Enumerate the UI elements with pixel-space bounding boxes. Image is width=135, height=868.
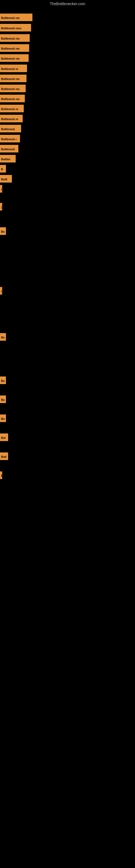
bar-row-22: Bo bbox=[0, 333, 9, 341]
bar-label-22: Bo bbox=[0, 333, 6, 341]
bar-row-17: Bottl bbox=[0, 175, 14, 183]
bar-row-9: Bottleneck res bbox=[0, 95, 28, 102]
bar-row-18: | bbox=[0, 185, 4, 193]
bar-row-26: Bot bbox=[0, 433, 11, 441]
bar-label-20: Bo bbox=[0, 227, 6, 235]
bar-label-25: Bo bbox=[0, 414, 6, 422]
bar-label-26: Bot bbox=[0, 433, 8, 441]
bar-label-3: Bottleneck res bbox=[0, 34, 30, 42]
bar-label-5: Bottleneck res bbox=[0, 54, 29, 62]
bar-row-15: Bottlen bbox=[0, 155, 18, 162]
bar-label-11: Bottleneck re bbox=[0, 115, 23, 122]
bar-label-18: | bbox=[0, 185, 2, 193]
bar-row-5: Bottleneck res bbox=[0, 54, 31, 62]
bar-row-23: Bo bbox=[0, 376, 9, 384]
bar-row-4: Bottleneck res bbox=[0, 44, 32, 52]
bar-row-28: B bbox=[0, 471, 5, 479]
bar-label-19: | bbox=[0, 203, 2, 211]
bar-label-16: B bbox=[0, 165, 6, 173]
bar-row-16: B bbox=[0, 165, 9, 173]
bar-label-2: Bottleneck resu bbox=[0, 24, 31, 31]
bar-row-14: Bottleneck bbox=[0, 145, 21, 152]
bar-label-17: Bottl bbox=[0, 175, 12, 183]
bar-label-24: Bo bbox=[0, 396, 6, 403]
bar-label-27: Bott bbox=[0, 453, 8, 460]
bar-row-6: Bottleneck re bbox=[0, 65, 30, 72]
bar-label-15: Bottlen bbox=[0, 155, 16, 162]
bar-row-7: Bottleneck res bbox=[0, 74, 29, 82]
bar-label-23: Bo bbox=[0, 376, 6, 384]
bar-row-2: Bottleneck resu bbox=[0, 24, 34, 31]
bar-label-12: Bottleneck bbox=[0, 125, 21, 132]
bar-label-4: Bottleneck res bbox=[0, 44, 29, 52]
bar-label-10: Bottleneck re bbox=[0, 105, 24, 112]
bar-label-21: | bbox=[0, 287, 2, 294]
bar-row-1: Bottleneck res bbox=[0, 13, 35, 21]
bar-row-12: Bottleneck bbox=[0, 125, 24, 132]
bar-row-3: Bottleneck res bbox=[0, 34, 32, 42]
site-title: TheBottlenecker.com bbox=[0, 0, 135, 8]
bar-row-20: Bo bbox=[0, 227, 9, 235]
bar-row-19: | bbox=[0, 203, 4, 211]
bar-label-6: Bottleneck re bbox=[0, 65, 27, 72]
bar-row-13: Bottleneck r bbox=[0, 135, 23, 143]
bar-row-10: Bottleneck re bbox=[0, 105, 27, 112]
bar-label-9: Bottleneck res bbox=[0, 95, 25, 102]
bar-label-1: Bottleneck res bbox=[0, 13, 32, 21]
bar-row-24: Bo bbox=[0, 396, 9, 403]
bar-row-11: Bottleneck re bbox=[0, 115, 26, 122]
bar-label-13: Bottleneck r bbox=[0, 135, 20, 143]
bar-row-25: Bo bbox=[0, 414, 9, 422]
bar-row-27: Bott bbox=[0, 453, 11, 460]
bar-row-8: Bottleneck res bbox=[0, 85, 28, 92]
bar-label-14: Bottleneck bbox=[0, 145, 18, 152]
bar-label-28: B bbox=[0, 471, 2, 479]
bar-label-8: Bottleneck res bbox=[0, 85, 26, 92]
bar-row-21: | bbox=[0, 287, 5, 294]
bar-label-7: Bottleneck res bbox=[0, 74, 27, 82]
